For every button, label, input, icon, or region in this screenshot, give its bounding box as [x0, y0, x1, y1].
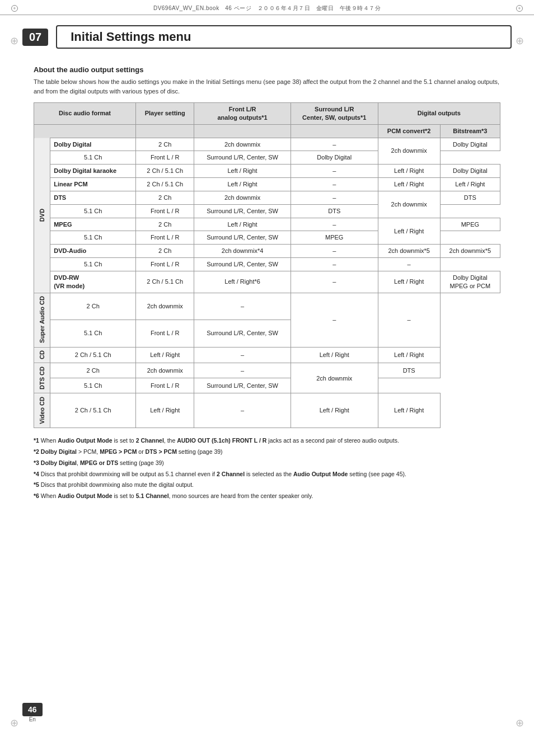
player-setting-cell: 5.1 Ch: [50, 204, 136, 218]
table-row: Super Audio CD2 Ch2ch downmix–––: [34, 293, 500, 320]
front-lr-cell: Front L / R: [136, 204, 194, 218]
bitstream-cell: DTS: [440, 191, 500, 204]
table-row: CD2 Ch / 5.1 ChLeft / Right–Left / Right…: [34, 347, 500, 363]
front-lr-cell: Left / Right: [136, 347, 194, 363]
front-lr-cell: Left / Right: [194, 165, 291, 178]
surround-cell: –: [291, 245, 378, 258]
table-row: Linear PCM2 Ch / 5.1 ChLeft / Right–Left…: [34, 178, 500, 191]
player-setting-cell: 5.1 Ch: [50, 320, 136, 347]
bitstream-cell: DTS: [378, 363, 440, 378]
pcm-cell: 2ch downmix*5: [378, 245, 440, 258]
col-disc-format: Disc audio format: [34, 103, 136, 125]
surround-cell: Surround L/R, Center, SW: [194, 231, 291, 245]
front-lr-cell: Front L / R: [136, 320, 194, 347]
disc-label-cell: DVD: [34, 138, 50, 293]
player-setting-cell: 5.1 Ch: [50, 231, 136, 245]
pcm-cell: Left / Right: [378, 218, 440, 245]
pcm-cell: Left / Right: [378, 165, 440, 178]
table-row: DVD-Audio2 Ch2ch downmix*4–2ch downmix*5…: [34, 245, 500, 258]
table-row: MPEG2 ChLeft / Right–Left / RightMPEG: [34, 218, 500, 231]
pcm-cell: Left / Right: [291, 393, 378, 428]
footnote: *1 When Audio Output Mode is set to 2 Ch…: [34, 436, 500, 445]
table-row: 5.1 ChFront L / RSurround L/R, Center, S…: [34, 378, 500, 393]
footnotes: *1 When Audio Output Mode is set to 2 Ch…: [34, 436, 500, 501]
bitstream-cell: Dolby Digital: [291, 151, 378, 165]
bitstream-cell: 2ch downmix*5: [440, 245, 500, 258]
reg-mark-tl: [11, 5, 18, 12]
chapter-number: 07: [22, 29, 48, 46]
format-cell: DVD-Audio: [50, 245, 136, 258]
front-lr-cell: Left / Right: [194, 178, 291, 191]
front-lr-cell: Front L / R: [136, 151, 194, 165]
front-lr-cell: 2ch downmix*4: [194, 245, 291, 258]
table-row: DVDDolby Digital2 Ch2ch downmix–2ch down…: [34, 138, 500, 151]
bitstream-cell: MPEG: [291, 231, 378, 245]
player-setting-cell: 2 Ch / 5.1 Ch: [50, 347, 136, 363]
section-heading: About the audio output settings: [34, 65, 500, 74]
bitstream-cell: –: [378, 258, 440, 271]
surround-cell: –: [291, 138, 378, 151]
reg-mark-bl: ⊕: [10, 717, 18, 729]
page-sub: En: [29, 716, 36, 722]
col-player-setting: Player setting: [136, 103, 194, 125]
table-row: Video CD2 Ch / 5.1 ChLeft / Right–Left /…: [34, 393, 500, 428]
surround-cell: –: [291, 191, 378, 204]
pcm-cell: Left / Right: [378, 178, 440, 191]
surround-cell: Surround L/R, Center, SW: [194, 151, 291, 165]
player-setting-cell: 2 Ch / 5.1 Ch: [136, 271, 194, 293]
bitstream-cell: Dolby Digital: [440, 165, 500, 178]
disc-label-cell: Video CD: [34, 393, 50, 428]
audio-output-table: Disc audio format Player setting Front L…: [34, 102, 500, 428]
front-lr-cell: 2ch downmix: [136, 363, 194, 378]
format-cell: Dolby Digital karaoke: [50, 165, 136, 178]
player-setting-cell: 2 Ch / 5.1 Ch: [136, 165, 194, 178]
reg-mark-tr2: ⊕: [516, 35, 524, 47]
surround-cell: –: [291, 165, 378, 178]
chapter-header: 07 Initial Settings menu: [0, 15, 534, 54]
surround-cell: Surround L/R, Center, SW: [194, 204, 291, 218]
surround-cell: –: [194, 363, 291, 378]
reg-mark-tr: [516, 5, 523, 12]
front-lr-cell: Front L / R: [136, 258, 194, 271]
front-lr-cell: 2ch downmix: [194, 191, 291, 204]
col-disc-format-2: [34, 124, 136, 138]
main-content: About the audio output settings The tabl…: [0, 54, 534, 514]
front-lr-cell: Left / Right*6: [194, 271, 291, 293]
front-lr-cell: Left / Right: [194, 218, 291, 231]
surround-cell: –: [194, 393, 291, 428]
col-front-lr: Front L/Ranalog outputs*1: [194, 103, 291, 125]
reg-mark-br: ⊕: [516, 717, 524, 729]
pcm-cell: 2ch downmix: [291, 363, 378, 393]
footnote: *6 When Audio Output Mode is set to 5.1 …: [34, 491, 500, 501]
surround-cell: Surround L/R, Center, SW: [194, 320, 291, 347]
table-row: 5.1 ChFront L / RSurround L/R, Center, S…: [34, 258, 500, 271]
bitstream-cell: MPEG: [440, 218, 500, 231]
col-front-lr-2: [194, 124, 291, 138]
format-cell: Linear PCM: [50, 178, 136, 191]
player-setting-cell: 2 Ch: [50, 363, 136, 378]
top-bar-text: DV696AV_WV_EN.book 46 ページ ２００６年４月７日 金曜日 …: [153, 4, 381, 12]
chapter-title: Initial Settings menu: [56, 25, 512, 49]
pcm-cell: –: [291, 293, 378, 347]
section-description: The table below shows how the audio sett…: [34, 77, 500, 96]
table-row: DTS2 Ch2ch downmix–2ch downmixDTS: [34, 191, 500, 204]
player-setting-cell: 2 Ch: [136, 191, 194, 204]
bitstream-cell: Dolby Digital: [440, 138, 500, 151]
player-setting-cell: 5.1 Ch: [50, 258, 136, 271]
col-pcm: PCM convert*2: [378, 124, 440, 138]
pcm-cell: 2ch downmix: [378, 138, 440, 165]
table-row: Dolby Digital karaoke2 Ch / 5.1 ChLeft /…: [34, 165, 500, 178]
footnote: *4 Discs that prohibit downmixing will b…: [34, 469, 500, 479]
surround-cell: –: [291, 271, 378, 293]
bitstream-cell: Left / Right: [378, 393, 440, 428]
footnote: *3 Dolby Digital, MPEG or DTS setting (p…: [34, 458, 500, 468]
footnote: *2 Dolby Digital > PCM, MPEG > PCM or DT…: [34, 447, 500, 457]
player-setting-cell: 2 Ch: [136, 218, 194, 231]
player-setting-cell: 2 Ch: [136, 245, 194, 258]
page-number-area: 46 En: [22, 703, 43, 722]
player-setting-cell: 2 Ch: [50, 293, 136, 320]
surround-cell: –: [291, 218, 378, 231]
front-lr-cell: 2ch downmix: [194, 138, 291, 151]
front-lr-cell: Left / Right: [136, 393, 194, 428]
surround-cell: Surround L/R, Center, SW: [194, 258, 291, 271]
